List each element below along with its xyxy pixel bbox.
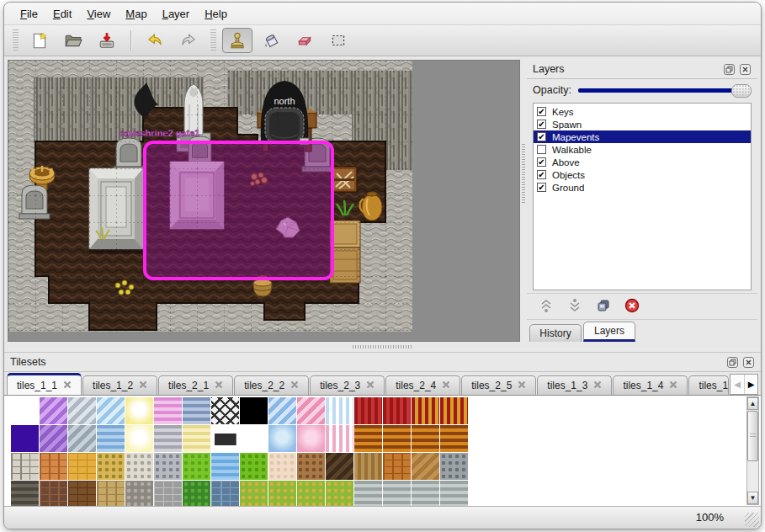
dock-tab-layers[interactable]: Layers [583,322,635,342]
palette-tile[interactable] [97,481,125,506]
palette-tile[interactable] [383,481,411,506]
palette-tile[interactable] [240,397,268,424]
palette-tile[interactable] [11,425,39,452]
stamp-tool-button[interactable] [222,28,252,53]
layer-delete-button[interactable] [623,297,641,316]
palette-tile[interactable] [183,481,210,506]
palette-tile[interactable] [211,481,239,506]
horizontal-splitter[interactable] [4,342,761,352]
palette-tile[interactable] [383,453,411,480]
fill-tool-button[interactable] [256,28,286,53]
palette-tile[interactable] [240,425,268,452]
palette-tile[interactable] [40,397,67,424]
palette-tile[interactable] [412,397,439,424]
palette-tile[interactable] [183,425,210,452]
tab-close-icon[interactable] [63,380,72,391]
float-icon[interactable] [726,356,739,368]
palette-tile[interactable] [326,397,353,424]
opacity-slider-handle[interactable] [731,84,752,98]
menu-item-view[interactable]: View [79,6,118,22]
map-selection-overlay[interactable] [145,142,332,279]
palette-tile[interactable] [383,397,411,424]
close-icon[interactable] [742,356,755,368]
palette-tile[interactable] [183,453,210,480]
float-icon[interactable] [723,63,736,75]
tab-close-icon[interactable] [518,380,526,391]
palette-tile[interactable] [11,481,39,506]
palette-tile[interactable] [354,425,382,452]
toolbar-grip[interactable] [12,29,19,51]
layer-checkbox[interactable]: ✔ [537,132,546,141]
palette-tile[interactable] [97,397,125,424]
palette-tile[interactable] [297,397,325,424]
new-file-button[interactable] [24,28,55,53]
palette-tile[interactable] [154,453,182,480]
tileset-tab-tiles_1_1[interactable]: tiles_1_1 [7,373,82,395]
scroll-tabs-left-icon[interactable]: ◀ [730,375,744,394]
palette-tile[interactable] [412,453,439,480]
map-viewport[interactable]: north [8,60,520,342]
layer-duplicate-button[interactable] [594,297,613,316]
close-icon[interactable] [739,63,752,75]
layer-row-mapevents[interactable]: ✔Mapevents [534,130,751,143]
layer-row-walkable[interactable]: Walkable [534,143,751,156]
toolbar-grip[interactable] [210,29,216,51]
palette-tile[interactable] [268,453,296,480]
palette-tile[interactable] [412,425,439,452]
eraser-tool-button[interactable] [290,28,320,53]
palette-tile[interactable] [354,453,382,480]
menu-item-layer[interactable]: Layer [155,6,198,22]
menu-item-edit[interactable]: Edit [45,6,79,22]
layer-checkbox[interactable]: ✔ [537,170,546,179]
palette-tile[interactable] [40,481,67,506]
palette-tile[interactable] [211,397,239,424]
palette-tile[interactable] [440,397,468,424]
palette-tile[interactable] [354,397,382,424]
tab-close-icon[interactable] [290,380,299,391]
palette-tile[interactable] [183,397,210,424]
layer-row-keys[interactable]: ✔Keys [534,105,751,118]
palette-tile[interactable] [68,397,96,424]
layer-move-down-button[interactable] [566,297,584,316]
tileset-tab-tiles_1_[interactable]: tiles_1_ [688,375,729,395]
layer-move-up-button[interactable] [537,297,555,316]
palette-tile[interactable] [440,481,468,506]
palette-tile[interactable] [268,397,296,424]
palette-tile[interactable] [40,425,67,452]
tileset-tab-tiles_1_4[interactable]: tiles_1_4 [613,375,688,395]
palette-tile[interactable] [240,453,268,480]
save-button[interactable] [92,28,122,53]
tab-close-icon[interactable] [366,380,375,391]
menu-item-map[interactable]: Map [118,6,154,22]
palette-tile[interactable] [125,453,153,480]
palette-tile[interactable] [40,453,67,480]
palette-tile[interactable] [297,453,325,480]
scrollbar-thumb[interactable] [747,411,758,461]
palette-tile[interactable] [125,481,153,506]
vertical-splitter[interactable] [520,60,527,342]
palette-tile[interactable] [326,453,353,480]
menu-item-help[interactable]: Help [197,6,235,22]
tab-close-icon[interactable] [139,380,147,391]
layer-checkbox[interactable]: ✔ [537,157,546,167]
redo-button[interactable] [173,28,204,53]
palette-tile[interactable] [11,453,39,480]
palette-tile[interactable] [68,481,96,506]
palette-tile[interactable] [154,397,182,424]
palette-tile[interactable] [354,481,382,506]
palette-tile[interactable] [240,481,268,506]
palette-tile[interactable] [68,425,96,452]
palette-tile[interactable] [211,453,239,480]
layer-row-spawn[interactable]: ✔Spawn [534,118,751,130]
layer-checkbox[interactable] [537,145,546,154]
tab-close-icon[interactable] [442,380,450,391]
open-folder-button[interactable] [58,28,88,53]
layer-row-above[interactable]: ✔Above [534,156,751,168]
dock-tab-history[interactable]: History [529,324,582,342]
palette-tile[interactable] [125,397,153,424]
palette-tile[interactable] [154,481,182,506]
palette-tile[interactable] [211,425,239,452]
tab-close-icon[interactable] [593,380,602,391]
tileset-tab-tiles_2_3[interactable]: tiles_2_3 [310,375,385,395]
tileset-tab-tiles_2_5[interactable]: tiles_2_5 [461,375,536,395]
